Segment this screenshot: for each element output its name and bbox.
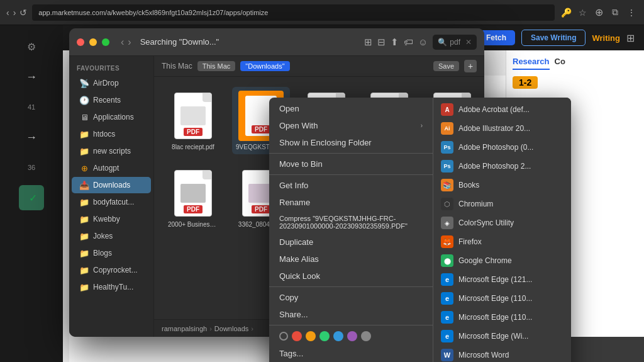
- search-this-mac-button[interactable]: This Mac: [197, 61, 236, 71]
- submenu-adobe-photoshop-2[interactable]: Ps Adobe Photoshop 2...: [433, 157, 571, 176]
- share-button[interactable]: ⬆: [391, 37, 399, 48]
- save-writing-button[interactable]: Save Writing: [521, 30, 586, 46]
- menu-icon[interactable]: ⋮: [625, 6, 638, 19]
- color-dot-purple[interactable]: [347, 331, 357, 341]
- pdf-badge: PDF: [184, 128, 203, 136]
- sidebar-badge-36[interactable]: 36: [19, 155, 44, 180]
- submenu-edge-wi[interactable]: e Microsoft Edge (Wi...: [433, 327, 571, 346]
- menu-share[interactable]: Share...: [269, 306, 433, 323]
- sidebar-checkmark[interactable]: ✓: [19, 185, 44, 210]
- menu-rename[interactable]: Rename: [269, 194, 433, 211]
- sidebar-item-htdocs[interactable]: 📁 htdocs: [72, 126, 151, 142]
- browser-action-icons: 🔑 ☆ ⊕ ⧉ ⋮: [560, 6, 638, 19]
- action-button[interactable]: ☺: [418, 37, 428, 47]
- grid-layout-icon[interactable]: ⊞: [626, 32, 635, 44]
- submenu-edge-110a[interactable]: e Microsoft Edge (110...: [433, 289, 571, 308]
- books-label: Books: [458, 181, 479, 189]
- submenu-colorsync[interactable]: ◈ ColorSync Utility: [433, 213, 571, 232]
- sidebar-item-bodyfatcut[interactable]: 📁 bodyfatcut...: [72, 194, 151, 210]
- menu-open[interactable]: Open: [269, 100, 433, 117]
- menu-compress[interactable]: Compress "9VEQGKSTMJHHG-FRC-202309010000…: [269, 211, 433, 234]
- nav-arrow-2[interactable]: →: [19, 125, 44, 150]
- downloads-icon: 📥: [79, 180, 89, 190]
- menu-open-with[interactable]: Open With ›: [269, 117, 433, 134]
- sidebar-item-healthytu[interactable]: 📁 HealthyTu...: [72, 279, 151, 295]
- submenu-firefox[interactable]: 🦊 Firefox: [433, 232, 571, 251]
- finder-nav: ‹ ›: [121, 37, 131, 48]
- sidebar-item-airdrop[interactable]: 📡 AirDrop: [72, 75, 151, 91]
- view-options-button[interactable]: ⊟: [377, 37, 386, 48]
- sidebar-item-autogpt[interactable]: ⊕ Autogpt: [72, 160, 151, 176]
- search-icon: 🔍: [438, 38, 447, 47]
- color-dot-none[interactable]: [279, 332, 288, 341]
- submenu-edge-110b[interactable]: e Microsoft Edge (110...: [433, 308, 571, 327]
- sidebar-item-new-scripts[interactable]: 📁 new scripts: [72, 143, 151, 159]
- submenu-edge-121[interactable]: e Microsoft Edge (121...: [433, 270, 571, 289]
- extension-icon[interactable]: ⊕: [592, 6, 605, 19]
- file-item-2000[interactable]: PDF 2000+ Business Success...phic.pdf: [164, 164, 222, 232]
- tab-research[interactable]: Research: [513, 57, 550, 70]
- menu-copy-label: Copy: [279, 293, 298, 302]
- menu-show-enclosing[interactable]: Show in Enclosing Folder: [269, 134, 433, 151]
- submenu-adobe-photoshop-1[interactable]: Ps Adobe Photoshop (0...: [433, 138, 571, 157]
- windows-icon[interactable]: ⧉: [609, 6, 621, 19]
- minimize-button[interactable]: [89, 38, 97, 46]
- file-item-8lac[interactable]: PDF 8lac reciept.pdf: [164, 87, 222, 154]
- color-dot-yellow[interactable]: [306, 331, 316, 341]
- star-icon[interactable]: ☆: [576, 6, 589, 19]
- tab-co[interactable]: Co: [555, 57, 565, 70]
- color-dot-gray[interactable]: [361, 331, 371, 341]
- sidebar-item-applications[interactable]: 🖥 Applications: [72, 109, 151, 125]
- submenu-adobe-acrobat[interactable]: A Adobe Acrobat (def...: [433, 100, 571, 119]
- autogpt-icon: ⊕: [79, 163, 89, 173]
- menu-quick-look[interactable]: Quick Look: [269, 268, 433, 285]
- forward-nav-button[interactable]: ›: [128, 37, 131, 48]
- maximize-button[interactable]: [102, 38, 109, 46]
- submenu-chromium[interactable]: ⬡ Chromium: [433, 195, 571, 213]
- sidebar-item-jokes[interactable]: 📁 Jokes: [72, 228, 151, 244]
- color-dot-red[interactable]: [292, 331, 302, 341]
- sidebar-badge-41[interactable]: 41: [19, 94, 44, 120]
- menu-duplicate[interactable]: Duplicate: [269, 234, 433, 251]
- save-search-button[interactable]: Save: [433, 61, 459, 71]
- htdocs-label: htdocs: [93, 130, 115, 139]
- sidebar-item-downloads[interactable]: 📥 Downloads: [72, 177, 151, 193]
- nav-icon-1[interactable]: →: [19, 64, 44, 89]
- close-button[interactable]: [77, 38, 84, 46]
- tag-button[interactable]: 🏷: [404, 37, 413, 47]
- menu-copy[interactable]: Copy: [269, 289, 433, 306]
- settings-icon[interactable]: ⚙: [19, 34, 44, 59]
- sidebar-item-kwebby[interactable]: 📁 Kwebby: [72, 211, 151, 227]
- view-icons-button[interactable]: ⊞: [364, 37, 372, 48]
- sidebar-item-recents[interactable]: 🕐 Recents: [72, 92, 151, 108]
- clear-search-icon[interactable]: ✕: [465, 38, 472, 47]
- adobe-illustrator-icon: Ai: [441, 122, 453, 135]
- submenu-microsoft-word[interactable]: W Microsoft Word: [433, 346, 571, 362]
- bodyfatcut-icon: 📁: [79, 197, 89, 207]
- add-search-button[interactable]: +: [464, 60, 477, 72]
- finder-search-input[interactable]: 🔍 pdf ✕: [433, 35, 477, 50]
- menu-make-alias[interactable]: Make Alias: [269, 251, 433, 268]
- sidebar-item-blogs[interactable]: 📁 Blogs: [72, 245, 151, 261]
- breadcrumb-folder[interactable]: Downloads: [214, 325, 248, 332]
- back-nav-button[interactable]: ‹: [121, 37, 124, 48]
- menu-get-info[interactable]: Get Info: [269, 177, 433, 194]
- submenu-google-chrome[interactable]: ⬤ Google Chrome: [433, 251, 571, 270]
- color-dot-blue[interactable]: [333, 331, 343, 341]
- menu-tags[interactable]: Tags...: [269, 345, 433, 362]
- breadcrumb-user[interactable]: ramanpalsingh: [162, 325, 207, 332]
- submenu-adobe-illustrator[interactable]: Ai Adobe Illustrator 20...: [433, 119, 571, 138]
- reload-icon[interactable]: ↺: [19, 8, 27, 18]
- forward-icon[interactable]: ›: [13, 8, 16, 18]
- edge-110b-icon: e: [441, 311, 453, 324]
- color-dot-green[interactable]: [319, 331, 330, 341]
- menu-move-to-bin[interactable]: Move to Bin: [269, 156, 433, 173]
- search-downloads-button[interactable]: "Downloads": [240, 61, 289, 71]
- badge-12: 1-2: [513, 76, 538, 89]
- sidebar-item-copyrocket[interactable]: 📁 Copyrocket...: [72, 262, 151, 278]
- key-icon[interactable]: 🔑: [560, 6, 572, 19]
- submenu-books[interactable]: 📚 Books: [433, 176, 571, 195]
- url-bar[interactable]: app.marketmuse.com/a/kwebby/ck5xl869nfgt…: [32, 4, 555, 21]
- back-icon[interactable]: ‹: [6, 8, 9, 18]
- google-chrome-label: Google Chrome: [458, 256, 512, 265]
